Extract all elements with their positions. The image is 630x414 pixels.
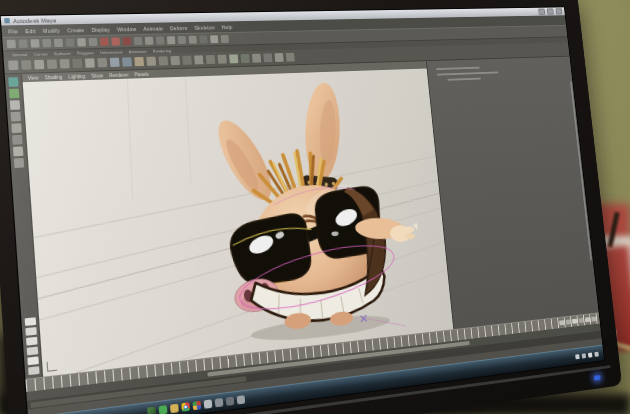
shelf-icon[interactable] (146, 57, 156, 66)
panel-scrollbar[interactable] (570, 82, 592, 261)
shelf-icon[interactable] (241, 54, 250, 63)
shelf-icon[interactable] (182, 56, 192, 65)
status-line-icon[interactable] (100, 38, 109, 46)
panel-menu-item[interactable]: Show (91, 73, 103, 78)
shelf-icon[interactable] (194, 55, 204, 64)
tool-icon[interactable] (10, 100, 20, 110)
panel-menu-item[interactable]: Shading (44, 74, 62, 80)
tool-icon[interactable] (11, 112, 21, 122)
layout-shortcut-button[interactable] (25, 327, 37, 336)
tool-icon[interactable] (8, 77, 18, 87)
photo-app-icon[interactable] (226, 397, 235, 406)
document-app-icon[interactable] (237, 395, 246, 404)
panel-menu-item[interactable]: Lighting (68, 73, 85, 79)
tool-icon[interactable] (12, 135, 22, 145)
tool-icon[interactable] (14, 158, 24, 168)
status-line-icon[interactable] (178, 36, 187, 44)
layout-shortcut-button[interactable] (27, 366, 39, 375)
start-button-icon[interactable] (147, 407, 156, 414)
status-line-icon[interactable] (167, 36, 176, 44)
playback-button[interactable] (591, 316, 596, 321)
shelf-icon[interactable] (134, 57, 144, 66)
menu-item[interactable]: Help (221, 24, 232, 30)
status-line-icon[interactable] (145, 37, 154, 45)
shelf-icon[interactable] (217, 55, 226, 64)
shelf-icon[interactable] (110, 58, 120, 67)
shelf-icon[interactable] (286, 53, 295, 62)
status-line-icon[interactable] (111, 37, 120, 45)
shelf-tab[interactable]: Curves (34, 51, 48, 57)
minimize-button[interactable] (538, 9, 545, 15)
layout-shortcut-button[interactable] (27, 356, 39, 365)
shelf-icon[interactable] (252, 54, 261, 63)
playback-button[interactable] (559, 320, 564, 325)
close-button[interactable] (555, 8, 562, 14)
status-line-icon[interactable] (89, 38, 98, 46)
green-app-icon[interactable] (159, 405, 168, 414)
playback-button[interactable] (578, 318, 583, 323)
status-line-icon[interactable] (156, 36, 165, 44)
status-line-icon[interactable] (7, 40, 16, 49)
shelf-icon[interactable] (206, 55, 215, 64)
folder-icon[interactable] (170, 404, 179, 414)
status-line-icon[interactable] (19, 39, 28, 47)
tool-icon[interactable] (9, 89, 19, 99)
status-line-icon[interactable] (210, 35, 218, 43)
menu-item[interactable]: Display (91, 26, 110, 32)
status-line-icon[interactable] (42, 39, 51, 47)
system-tray-icon[interactable] (594, 351, 598, 356)
tool-icon[interactable] (11, 123, 21, 133)
playback-button[interactable] (572, 319, 577, 324)
playback-button[interactable] (585, 317, 590, 322)
shelf-icon[interactable] (170, 56, 180, 65)
explorer-icon[interactable] (204, 399, 213, 408)
shelf-icon[interactable] (97, 58, 107, 67)
shelf-icon[interactable] (229, 54, 238, 63)
menu-item[interactable]: Skeleton (194, 24, 215, 30)
shelf-icon[interactable] (275, 53, 284, 62)
menu-item[interactable]: Modify (43, 27, 60, 33)
shelf-icon[interactable] (60, 59, 70, 69)
shelf-icon[interactable] (158, 56, 168, 65)
shelf-icon[interactable] (85, 58, 95, 67)
status-line-icon[interactable] (77, 38, 86, 46)
shelf-icon[interactable] (8, 60, 18, 70)
shelf-icon[interactable] (34, 60, 44, 70)
layout-shortcut-button[interactable] (26, 347, 38, 356)
panel-menu-item[interactable]: Renderer (109, 72, 129, 78)
shelf-icon[interactable] (122, 57, 132, 66)
tool-icon[interactable] (13, 146, 23, 156)
panel-menu-item[interactable]: View (28, 75, 39, 81)
menu-item[interactable]: Deform (170, 25, 188, 31)
status-line-icon[interactable] (54, 39, 63, 47)
perspective-viewport[interactable] (23, 69, 454, 377)
shelf-icon[interactable] (47, 59, 57, 69)
status-line-icon[interactable] (134, 37, 143, 45)
status-line-icon[interactable] (66, 38, 75, 46)
pig-rabbit-character-model[interactable] (188, 72, 428, 355)
menu-item[interactable]: Window (117, 26, 137, 32)
playback-button[interactable] (566, 319, 571, 324)
panel-menu-item[interactable]: Panels (134, 71, 148, 76)
layout-shortcut-button[interactable] (24, 317, 36, 326)
status-line-icon[interactable] (199, 35, 207, 43)
status-line-icon[interactable] (123, 37, 132, 45)
menu-item[interactable]: File (8, 28, 18, 34)
media-player-icon[interactable] (193, 401, 202, 410)
shelf-icon[interactable] (263, 53, 272, 62)
system-tray-icon[interactable] (588, 352, 593, 357)
layout-shortcut-button[interactable] (25, 337, 37, 346)
app-window-icon[interactable] (215, 398, 224, 407)
status-line-icon[interactable] (30, 39, 39, 47)
system-tray-icon[interactable] (582, 353, 587, 358)
menu-item[interactable]: Create (67, 27, 84, 33)
system-tray-icon[interactable] (575, 354, 580, 359)
status-line-icon[interactable] (189, 36, 197, 44)
menu-item[interactable]: Animate (143, 25, 163, 31)
status-line-icon[interactable] (221, 35, 229, 43)
maximize-button[interactable] (547, 8, 554, 14)
menu-item[interactable]: Edit (25, 27, 36, 33)
shelf-icon[interactable] (21, 60, 31, 70)
chrome-icon[interactable] (181, 402, 190, 412)
shelf-icon[interactable] (72, 59, 82, 68)
